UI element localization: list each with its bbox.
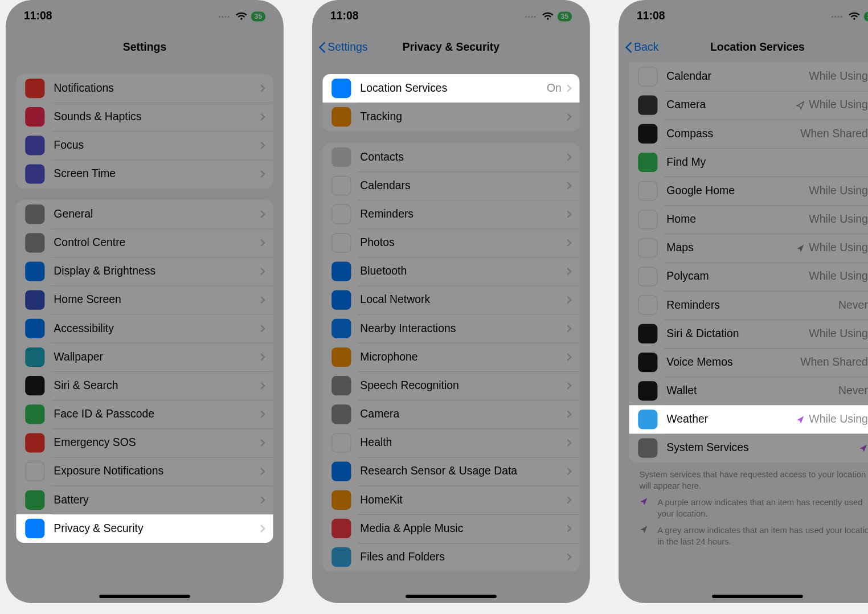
app-icon xyxy=(638,324,657,343)
chevron-right-icon xyxy=(258,113,265,121)
settings-row-microphone[interactable]: Microphone xyxy=(322,343,579,371)
chevron-right-icon xyxy=(258,496,265,504)
chevron-right-icon xyxy=(564,354,572,361)
settings-row-media-apple-music[interactable]: Media & Apple Music xyxy=(322,514,579,543)
back-button[interactable]: Back xyxy=(625,41,658,54)
settings-row-homekit[interactable]: HomeKit xyxy=(322,486,579,514)
settings-row-display-brightness[interactable]: Display & Brightness xyxy=(16,257,273,285)
settings-row-wallpaper[interactable]: Wallpaper xyxy=(16,343,273,371)
settings-row-nearby-interactions[interactable]: Nearby Interactions xyxy=(322,314,579,343)
home-indicator[interactable] xyxy=(99,595,190,598)
settings-row-tracking[interactable]: Tracking xyxy=(322,103,579,131)
app-icon xyxy=(25,376,44,395)
row-label: Privacy & Security xyxy=(54,522,259,535)
settings-row-reminders[interactable]: Reminders xyxy=(322,200,579,228)
settings-row-local-network[interactable]: Local Network xyxy=(322,286,579,314)
location-arrow-icon xyxy=(796,101,805,110)
settings-row-research-sensor-usage-data[interactable]: Research Sensor & Usage Data xyxy=(322,457,579,486)
settings-row-screen-time[interactable]: Screen Time xyxy=(16,159,273,188)
row-detail: While Using xyxy=(809,241,867,255)
battery-level: 35 xyxy=(558,11,572,21)
row-label: Face ID & Passcode xyxy=(54,408,259,421)
settings-row-battery[interactable]: Battery xyxy=(16,486,273,514)
settings-row-files-and-folders[interactable]: Files and Folders xyxy=(322,543,579,571)
row-label: Google Home xyxy=(666,185,809,198)
settings-row-calendars[interactable]: Calendars xyxy=(322,171,579,200)
settings-row-weather[interactable]: Weather While Using xyxy=(629,405,868,433)
settings-row-polycam[interactable]: Polycam While Using xyxy=(629,263,868,291)
settings-row-camera[interactable]: Camera While Using xyxy=(629,91,868,120)
settings-row-exposure-notifications[interactable]: Exposure Notifications xyxy=(16,457,273,486)
app-icon xyxy=(25,462,44,481)
settings-row-home-screen[interactable]: Home Screen xyxy=(16,286,273,314)
row-detail: While Using xyxy=(809,185,867,198)
chevron-right-icon xyxy=(564,325,572,332)
settings-row-google-home[interactable]: Google Home While Using xyxy=(629,177,868,205)
settings-row-face-id-passcode[interactable]: Face ID & Passcode xyxy=(16,400,273,428)
settings-row-location-services[interactable]: Location Services On xyxy=(322,74,579,103)
chevron-right-icon xyxy=(258,354,265,361)
row-label: Home xyxy=(666,213,809,226)
app-icon xyxy=(638,96,657,115)
chevron-right-icon xyxy=(258,170,265,178)
app-icon xyxy=(638,124,657,144)
chevron-right-icon xyxy=(258,142,265,149)
settings-row-maps[interactable]: Maps While Using xyxy=(629,234,868,262)
settings-row-siri-dictation[interactable]: Siri & Dictation While Using xyxy=(629,320,868,348)
settings-row-find-my[interactable]: Find My xyxy=(629,148,868,177)
row-label: System Services xyxy=(666,441,858,455)
row-label: General xyxy=(54,208,259,221)
status-time: 11:08 xyxy=(637,10,665,23)
row-label: Sounds & Haptics xyxy=(54,110,259,124)
row-label: Battery xyxy=(54,493,259,506)
app-icon xyxy=(638,67,657,86)
row-label: Screen Time xyxy=(54,167,259,181)
settings-row-bluetooth[interactable]: Bluetooth xyxy=(322,257,579,285)
settings-row-control-centre[interactable]: Control Centre xyxy=(16,228,273,257)
row-label: Voice Memos xyxy=(666,356,800,369)
home-indicator[interactable] xyxy=(712,595,803,598)
screen-settings: 11:08 •••• 35 Settings Notifications Sou… xyxy=(6,0,284,603)
settings-row-focus[interactable]: Focus xyxy=(16,131,273,159)
settings-row-privacy-security[interactable]: Privacy & Security xyxy=(16,514,273,543)
row-label: Control Centre xyxy=(54,236,259,249)
settings-row-wallet[interactable]: Wallet Never xyxy=(629,376,868,405)
row-label: Accessibility xyxy=(54,322,259,335)
chevron-right-icon xyxy=(258,325,265,332)
chevron-right-icon xyxy=(564,211,572,218)
home-indicator[interactable] xyxy=(406,595,497,598)
chevron-right-icon xyxy=(258,211,265,218)
settings-row-siri-search[interactable]: Siri & Search xyxy=(16,371,273,400)
chevron-right-icon xyxy=(564,85,572,92)
settings-row-compass[interactable]: Compass When Shared xyxy=(629,120,868,148)
back-button[interactable]: Settings xyxy=(318,41,367,54)
settings-row-system-services[interactable]: System Services xyxy=(629,434,868,462)
settings-row-calendar[interactable]: Calendar While Using xyxy=(629,62,868,91)
settings-row-accessibility[interactable]: Accessibility xyxy=(16,314,273,343)
chevron-right-icon xyxy=(258,85,265,92)
settings-row-home[interactable]: Home While Using xyxy=(629,205,868,234)
settings-row-camera[interactable]: Camera xyxy=(322,400,579,428)
settings-row-general[interactable]: General xyxy=(16,200,273,228)
settings-row-emergency-sos[interactable]: Emergency SOS xyxy=(16,428,273,457)
settings-row-contacts[interactable]: Contacts xyxy=(322,143,579,171)
settings-row-photos[interactable]: Photos xyxy=(322,228,579,257)
settings-row-sounds-haptics[interactable]: Sounds & Haptics xyxy=(16,103,273,131)
settings-row-reminders[interactable]: Reminders Never xyxy=(629,291,868,320)
app-icon xyxy=(331,79,351,98)
row-detail: On xyxy=(547,82,562,95)
app-icon xyxy=(25,79,44,98)
row-label: Notifications xyxy=(54,82,259,95)
chevron-right-icon xyxy=(258,525,265,533)
screen-location-services: 11:08 •••• 35 Back Location Services Cal… xyxy=(619,0,868,603)
app-icon xyxy=(638,210,657,229)
app-icon xyxy=(25,164,44,183)
settings-row-health[interactable]: Health xyxy=(322,428,579,457)
chevron-right-icon xyxy=(564,113,572,121)
chevron-right-icon xyxy=(564,411,572,418)
settings-row-speech-recognition[interactable]: Speech Recognition xyxy=(322,371,579,400)
settings-row-notifications[interactable]: Notifications xyxy=(16,74,273,103)
row-detail: When Shared xyxy=(800,127,868,140)
location-arrow-icon xyxy=(859,444,868,453)
settings-row-voice-memos[interactable]: Voice Memos When Shared xyxy=(629,348,868,376)
